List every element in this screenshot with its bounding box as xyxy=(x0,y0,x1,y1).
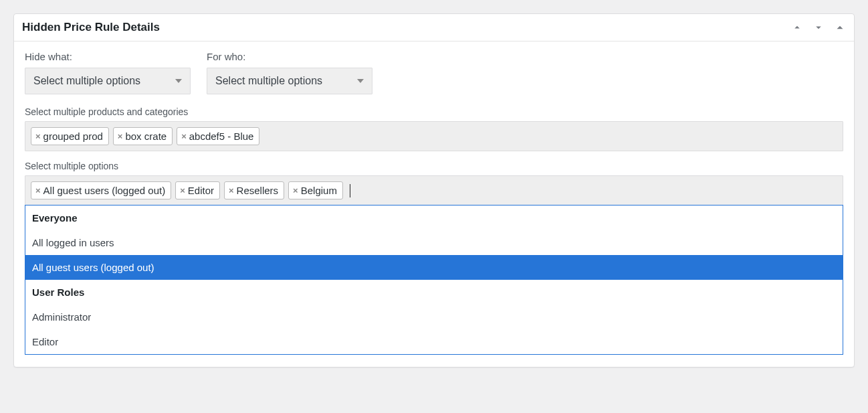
remove-tag-icon[interactable]: × xyxy=(180,186,185,195)
option-tag[interactable]: ×Resellers xyxy=(224,181,284,199)
panel-header: Hidden Price Rule Details xyxy=(14,14,854,42)
options-section-label: Select multiple options xyxy=(25,161,843,171)
product-tag[interactable]: ×abcdef5 - Blue xyxy=(177,127,259,145)
remove-tag-icon[interactable]: × xyxy=(35,186,41,195)
chevron-down-icon[interactable] xyxy=(812,21,825,33)
tag-label: Editor xyxy=(188,185,214,196)
dropdown-group-title: User Roles xyxy=(25,280,843,305)
tag-label: grouped prod xyxy=(43,131,103,142)
product-tag[interactable]: ×grouped prod xyxy=(31,127,109,145)
for-who-placeholder: Select multiple options xyxy=(215,75,322,87)
top-row: Hide what: Select multiple options For w… xyxy=(25,51,843,94)
hide-what-select[interactable]: Select multiple options xyxy=(25,68,191,94)
remove-tag-icon[interactable]: × xyxy=(181,132,187,141)
tag-label: All guest users (logged out) xyxy=(43,185,166,196)
remove-tag-icon[interactable]: × xyxy=(293,186,298,195)
rule-details-panel: Hidden Price Rule Details Hide what: Sel… xyxy=(13,13,855,367)
hide-what-field: Hide what: Select multiple options xyxy=(25,51,191,94)
option-tag[interactable]: ×Belgium xyxy=(288,181,343,199)
hide-what-placeholder: Select multiple options xyxy=(33,75,140,87)
text-cursor xyxy=(350,184,350,197)
tag-label: Resellers xyxy=(237,185,279,196)
option-tag[interactable]: ×Editor xyxy=(175,181,220,199)
remove-tag-icon[interactable]: × xyxy=(35,132,41,141)
chevron-up-icon[interactable] xyxy=(791,21,803,33)
hide-what-label: Hide what: xyxy=(25,51,191,62)
for-who-select[interactable]: Select multiple options xyxy=(207,68,372,94)
products-section-label: Select multiple products and categories xyxy=(25,106,843,117)
dropdown-item[interactable]: Administrator xyxy=(25,305,843,329)
remove-tag-icon[interactable]: × xyxy=(229,186,234,195)
tag-label: abcdef5 - Blue xyxy=(189,131,254,142)
remove-tag-icon[interactable]: × xyxy=(118,132,123,141)
panel-title: Hidden Price Rule Details xyxy=(22,21,160,34)
options-tag-container[interactable]: ×All guest users (logged out)×Editor×Res… xyxy=(25,175,843,205)
tag-label: Belgium xyxy=(301,185,337,196)
dropdown-group-title: Everyone xyxy=(25,205,843,230)
tag-label: box crate xyxy=(125,131,167,142)
dropdown-item[interactable]: All guest users (logged out) xyxy=(25,255,843,280)
dropdown-item[interactable]: Editor xyxy=(25,329,843,354)
collapse-icon[interactable] xyxy=(834,21,846,33)
for-who-label: For who: xyxy=(207,51,372,62)
product-tag[interactable]: ×box crate xyxy=(113,127,173,145)
caret-down-icon xyxy=(357,79,364,83)
caret-down-icon xyxy=(175,79,182,83)
products-tag-container[interactable]: ×grouped prod×box crate×abcdef5 - Blue xyxy=(25,121,843,151)
panel-body: Hide what: Select multiple options For w… xyxy=(14,42,854,367)
option-tag[interactable]: ×All guest users (logged out) xyxy=(31,181,171,199)
for-who-field: For who: Select multiple options xyxy=(207,51,372,94)
panel-header-controls xyxy=(791,21,846,33)
dropdown-item[interactable]: All logged in users xyxy=(25,230,843,255)
options-dropdown[interactable]: EveryoneAll logged in usersAll guest use… xyxy=(25,205,843,355)
